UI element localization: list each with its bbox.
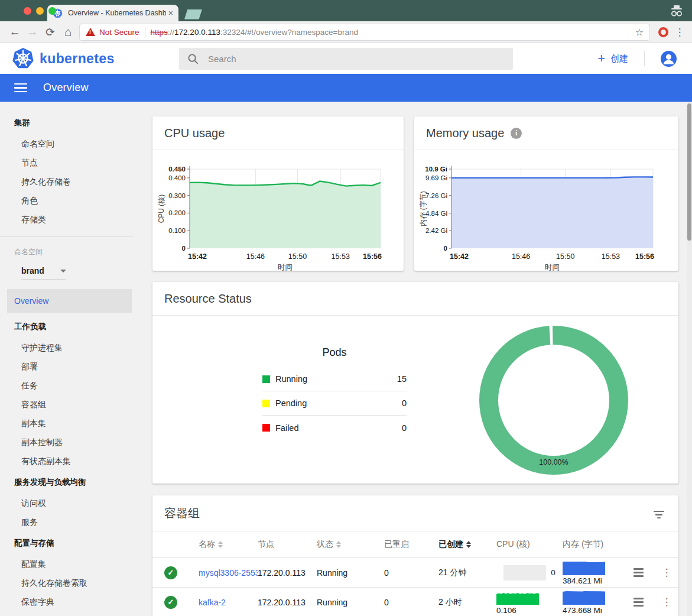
sidebar-item[interactable]: 配置集 [0, 555, 142, 573]
legend-swatch-icon [262, 375, 270, 383]
search-input[interactable] [208, 54, 444, 64]
address-bar[interactable]: Not Secure https://172.20.0.113:32324/#!… [79, 24, 650, 41]
sidebar-item[interactable]: 持久化存储卷索取 [0, 573, 142, 592]
svg-text:内存 (字节): 内存 (字节) [419, 191, 427, 226]
pods-table-header: 名称 节点 状态 已重启 已创建 CPU (核) 内存 (字节) [152, 531, 678, 558]
browser-menu-icon[interactable]: ⋮ [673, 26, 686, 38]
legend-label: Pending [275, 398, 307, 408]
pod-created: 2 小时 [438, 597, 496, 608]
column-header-name[interactable]: 名称 [199, 539, 258, 550]
memory-bar-icon [563, 590, 605, 605]
logs-icon[interactable] [633, 568, 644, 577]
sidebar-discovery-items: 访问权服务 [0, 494, 142, 531]
browser-toolbar: ← → ⟳ ⌂ Not Secure https://172.20.0.113:… [0, 21, 692, 43]
minimize-window-icon[interactable] [36, 7, 44, 15]
search-icon [187, 53, 199, 64]
logs-icon[interactable] [633, 598, 644, 607]
pod-memory-value: 473.668 Mi [563, 606, 633, 615]
memory-bar-icon [563, 560, 605, 575]
row-menu-icon[interactable]: ⋮ [658, 566, 675, 579]
svg-text:15:56: 15:56 [635, 252, 654, 261]
plus-icon: + [597, 52, 605, 65]
pod-name-link[interactable]: mysql3306-2553 [199, 568, 258, 578]
reload-icon[interactable]: ⟳ [41, 25, 59, 39]
main-content: CPU usage 0.4500.4000.3000.2000.100015:4… [142, 102, 692, 616]
pod-status: Running [317, 598, 384, 607]
cpu-usage-card: CPU usage 0.4500.4000.3000.2000.100015:4… [152, 116, 404, 271]
sidebar-item[interactable]: 命名空间 [0, 134, 142, 153]
page-toolbar: Overview [0, 74, 692, 102]
sidebar-item[interactable]: 保密字典 [0, 592, 142, 611]
header-divider [644, 51, 645, 66]
legend-value: 15 [397, 374, 407, 384]
menu-hamburger-icon[interactable] [14, 81, 27, 95]
sidebar-item-overview[interactable]: Overview [7, 289, 132, 313]
column-header-node[interactable]: 节点 [258, 539, 317, 550]
sidebar-item[interactable]: 角色 [0, 191, 142, 210]
sidebar-item[interactable]: 副本控制器 [0, 433, 142, 452]
column-header-restarts[interactable]: 已重启 [384, 539, 438, 550]
pod-cpu-value: 0.106 [496, 606, 563, 615]
filter-icon[interactable] [654, 508, 664, 519]
sidebar-item[interactable]: 容器组 [0, 395, 142, 414]
search-bar[interactable] [179, 48, 513, 70]
info-icon[interactable]: i [511, 128, 522, 139]
sidebar-item[interactable]: 部署 [0, 357, 142, 376]
sidebar-section-config: 配置与存储 [0, 531, 142, 555]
back-icon[interactable]: ← [6, 25, 24, 38]
new-tab-button[interactable] [184, 9, 202, 20]
maximize-window-icon[interactable] [48, 7, 56, 15]
create-label: 创建 [610, 53, 628, 64]
svg-text:15:42: 15:42 [188, 252, 207, 261]
brand[interactable]: kubernetes [12, 47, 179, 70]
svg-text:2.42 Gi: 2.42 Gi [425, 227, 447, 234]
pod-memory-sparkline: 473.668 Mi [563, 590, 633, 615]
url-scheme: https [151, 28, 168, 37]
column-header-memory[interactable]: 内存 (字节) [563, 539, 633, 550]
pod-status: Running [317, 568, 384, 578]
sidebar-item[interactable]: 服务 [0, 513, 142, 531]
tab-close-icon[interactable]: × [168, 8, 173, 18]
sidebar-section-workloads: 工作负载 [0, 315, 142, 338]
svg-text:15:56: 15:56 [363, 252, 382, 261]
forward-icon[interactable]: → [24, 25, 41, 38]
svg-text:100.00%: 100.00% [539, 458, 568, 466]
sidebar-item[interactable]: 守护进程集 [0, 338, 142, 357]
svg-text:7.26 Gi: 7.26 Gi [425, 192, 447, 199]
memory-card-title: Memory usage [426, 127, 504, 140]
column-header-created[interactable]: 已创建 [438, 539, 496, 550]
home-icon[interactable]: ⌂ [59, 25, 77, 39]
memory-usage-card: Memory usage i 10.9 Gi9.69 Gi7.26 Gi4.84… [414, 116, 678, 271]
pod-name-link[interactable]: kafka-2 [199, 598, 258, 607]
security-warning-icon[interactable] [86, 28, 95, 36]
sidebar-item[interactable]: 副本集 [0, 414, 142, 433]
close-window-icon[interactable] [24, 7, 31, 15]
url-scheme-sep: :// [168, 28, 174, 37]
sidebar-item[interactable]: 有状态副本集 [0, 452, 142, 471]
pods-donut-chart: 100.00% [476, 323, 631, 480]
row-menu-icon[interactable]: ⋮ [658, 596, 675, 608]
user-avatar-icon[interactable] [661, 51, 677, 67]
bookmark-star-icon[interactable]: ☆ [635, 27, 644, 38]
create-button[interactable]: + 创建 [597, 52, 628, 65]
sidebar-item[interactable]: 节点 [0, 153, 142, 172]
sidebar-item[interactable]: 持久化存储卷 [0, 172, 142, 191]
legend-swatch-icon [262, 400, 270, 407]
sidebar-item[interactable]: 任务 [0, 376, 142, 395]
column-header-cpu[interactable]: CPU (核) [496, 539, 563, 550]
not-secure-label[interactable]: Not Secure [99, 28, 139, 37]
svg-text:9.69 Gi: 9.69 Gi [425, 174, 447, 181]
sidebar-item[interactable]: 存储类 [0, 210, 142, 229]
pod-restarts: 0 [384, 598, 438, 607]
browser-extension-icon[interactable] [658, 27, 668, 37]
svg-text:15:50: 15:50 [288, 252, 307, 261]
namespace-select[interactable]: brand [21, 266, 66, 280]
legend-value: 0 [402, 398, 407, 408]
pod-node: 172.20.0.113 [258, 568, 317, 578]
url-separator [145, 27, 145, 37]
column-header-status[interactable]: 状态 [317, 539, 384, 550]
sidebar-config-items: 配置集持久化存储卷索取保密字典 [0, 555, 142, 611]
browser-tab[interactable]: Overview - Kubernetes Dashbo × [47, 5, 178, 21]
sidebar-item[interactable]: 访问权 [0, 494, 142, 513]
scrollbar-thumb[interactable] [687, 103, 691, 241]
